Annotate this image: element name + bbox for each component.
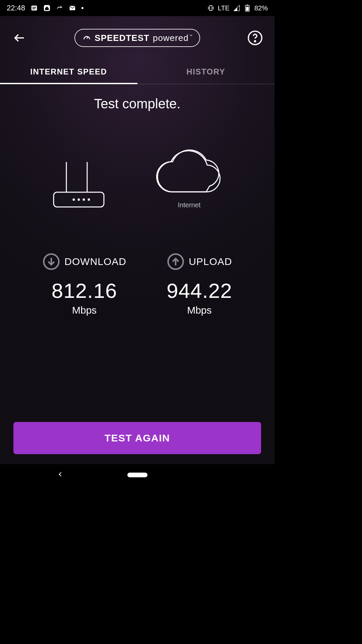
test-again-button[interactable]: TEST AGAIN: [13, 422, 261, 454]
brand-main: SPEEDTEST: [95, 33, 149, 43]
battery-icon: [244, 4, 251, 12]
chevron-left-icon: [57, 471, 64, 478]
svg-rect-2: [70, 6, 75, 10]
notification-message-icon: [31, 4, 38, 12]
tab-history[interactable]: HISTORY: [137, 60, 275, 84]
svg-point-14: [83, 199, 84, 200]
download-icon: [42, 253, 60, 271]
router-block: [50, 159, 107, 209]
brand-sub: powered™: [153, 33, 192, 43]
nav-home-pill[interactable]: [127, 473, 147, 477]
gauge-icon: [82, 34, 91, 42]
svg-point-8: [254, 41, 255, 42]
upload-unit: Mbps: [187, 305, 212, 316]
svg-point-12: [73, 199, 74, 200]
test-status-text: Test complete.: [94, 96, 181, 111]
download-value: 812.16: [52, 279, 117, 303]
svg-rect-5: [246, 7, 249, 11]
signal-icon: [233, 4, 240, 12]
app-body: SPEEDTEST powered™ INTERNET SPEED HISTOR…: [0, 16, 275, 464]
notification-dnd-icon: [56, 4, 63, 12]
svg-point-15: [88, 199, 89, 200]
status-left: 22:48: [7, 4, 83, 12]
main-content: Test complete. Internet: [0, 84, 275, 422]
svg-point-13: [78, 199, 79, 200]
app-header: SPEEDTEST powered™: [0, 16, 275, 60]
download-metric: DOWNLOAD 812.16 Mbps: [42, 253, 126, 316]
download-label: DOWNLOAD: [64, 256, 126, 267]
tab-internet-speed[interactable]: INTERNET SPEED: [0, 60, 137, 84]
notification-gmail-icon: [69, 4, 76, 12]
android-status-bar: 22:48 LTE 82%: [0, 0, 275, 16]
back-button[interactable]: [10, 29, 29, 47]
app-logo: SPEEDTEST powered™: [74, 29, 200, 47]
internet-block: Internet: [154, 148, 225, 209]
svg-rect-3: [209, 6, 212, 11]
android-nav-bar: [0, 464, 275, 486]
battery-percent: 82%: [254, 4, 268, 12]
upload-metric: UPLOAD 944.22 Mbps: [167, 253, 232, 316]
nav-back-button[interactable]: [57, 471, 64, 479]
arrow-left-icon: [13, 31, 26, 45]
status-right: LTE 82%: [207, 4, 268, 12]
upload-value: 944.22: [167, 279, 232, 303]
cloud-icon: [154, 148, 225, 195]
notification-home-icon: [43, 4, 51, 12]
svg-rect-6: [246, 5, 248, 6]
status-time: 22:48: [7, 4, 25, 12]
speed-metrics: DOWNLOAD 812.16 Mbps UPLOAD 944.22 Mbps: [0, 253, 275, 316]
vibrate-icon: [207, 4, 215, 12]
help-icon: [247, 30, 263, 46]
connection-diagram: Internet: [50, 148, 225, 209]
download-unit: Mbps: [72, 305, 97, 316]
notification-more-dot-icon: [81, 7, 83, 9]
router-icon: [50, 159, 107, 209]
tab-bar: INTERNET SPEED HISTORY: [0, 60, 275, 84]
upload-label: UPLOAD: [189, 256, 232, 267]
network-type-label: LTE: [218, 4, 230, 12]
cloud-label: Internet: [178, 201, 201, 209]
upload-icon: [167, 253, 185, 271]
help-button[interactable]: [246, 29, 264, 47]
